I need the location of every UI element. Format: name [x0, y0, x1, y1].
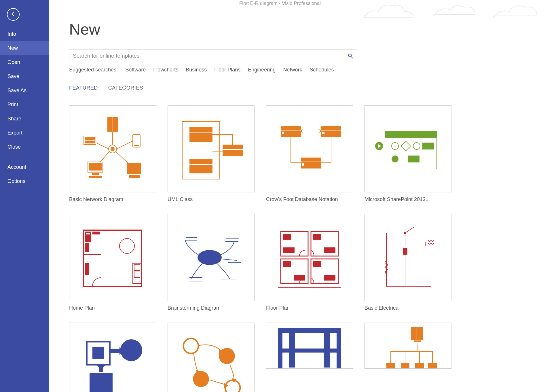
template-home-plan[interactable]: Home Plan: [69, 214, 156, 311]
svg-rect-27: [223, 145, 243, 149]
suggested-link[interactable]: Software: [125, 67, 146, 73]
svg-rect-68: [88, 233, 90, 234]
sidebar-item-label: New: [7, 45, 18, 51]
sidebar-item-label: Save: [7, 73, 19, 79]
sidebar-item-open[interactable]: Open: [0, 55, 49, 69]
sidebar-item-label: Options: [7, 178, 25, 184]
svg-rect-40: [302, 163, 304, 166]
sidebar-item-info[interactable]: Info: [0, 27, 49, 41]
template-block-diagram[interactable]: Block Diagram: [69, 323, 156, 392]
svg-rect-120: [278, 328, 341, 333]
sidebar-item-close[interactable]: Close: [0, 140, 49, 154]
svg-rect-54: [408, 156, 419, 162]
suggested-link[interactable]: Flowcharts: [153, 67, 178, 73]
tab-categories[interactable]: CATEGORIES: [108, 85, 143, 91]
template-basic-electrical[interactable]: Basic Electrical: [365, 214, 451, 311]
svg-point-113: [219, 348, 235, 364]
back-button[interactable]: [7, 8, 20, 21]
svg-rect-87: [324, 247, 335, 253]
main-panel: New Suggested searches: Software Flowcha…: [49, 0, 560, 392]
svg-rect-90: [313, 261, 321, 267]
svg-rect-20: [89, 163, 102, 171]
svg-rect-24: [189, 133, 212, 142]
sidebar-item-save-as[interactable]: Save As: [0, 84, 49, 98]
svg-rect-36: [301, 158, 321, 162]
sidebar-item-export[interactable]: Export: [0, 126, 49, 140]
svg-rect-43: [385, 132, 437, 138]
sidebar-item-new[interactable]: New: [0, 41, 49, 55]
sidebar-item-label: Account: [7, 164, 26, 170]
template-thumb: [168, 214, 255, 301]
template-basic-network[interactable]: Basic Network Diagram: [69, 105, 156, 202]
template-thumb: [266, 323, 353, 369]
sidebar-item-share[interactable]: Share: [0, 112, 49, 126]
sidebar-item-save[interactable]: Save: [0, 69, 49, 84]
suggested-link[interactable]: Business: [186, 67, 207, 73]
block-icon: [75, 329, 150, 392]
svg-rect-25: [189, 159, 212, 164]
suggested-label: Suggested searches:: [69, 67, 118, 73]
template-floor-plan[interactable]: Floor Plan: [266, 214, 353, 311]
template-label: Crow's Foot Database Notation: [266, 196, 353, 202]
sidebar-item-options[interactable]: Options: [0, 174, 49, 188]
svg-rect-61: [134, 272, 140, 278]
svg-rect-21: [92, 173, 99, 175]
svg-line-1: [351, 57, 353, 58]
search-input[interactable]: [73, 53, 348, 59]
suggested-link[interactable]: Engineering: [248, 67, 276, 73]
sidebar-item-label: Close: [7, 144, 21, 150]
sidebar-item-print[interactable]: Print: [0, 98, 49, 112]
suggested-searches: Suggested searches: Software Flowcharts …: [69, 67, 548, 73]
search-box[interactable]: [69, 50, 357, 62]
svg-rect-17: [127, 163, 141, 174]
template-brainstorming[interactable]: Brainstorming Diagram: [168, 214, 255, 311]
brainstorm-icon: [174, 220, 248, 295]
svg-rect-32: [281, 126, 301, 130]
sidebar-item-label: Open: [7, 59, 20, 65]
template-thumb: [69, 323, 156, 392]
svg-point-58: [119, 238, 134, 253]
svg-rect-38: [282, 132, 284, 134]
search-icon[interactable]: [348, 53, 353, 59]
svg-rect-105: [92, 347, 104, 359]
svg-rect-64: [92, 232, 100, 234]
svg-point-69: [198, 250, 222, 265]
suggested-link[interactable]: Floor Plans: [214, 67, 240, 73]
suggested-link[interactable]: Schedules: [310, 67, 334, 73]
template-sharepoint[interactable]: Microsoft SharePoint 2013...: [365, 105, 451, 202]
floorplan-icon: [272, 220, 347, 295]
svg-rect-10: [113, 117, 118, 132]
template-thumb: [365, 105, 451, 192]
svg-rect-34: [321, 126, 341, 130]
template-label: UML Class: [168, 196, 255, 202]
svg-rect-13: [85, 141, 95, 142]
svg-rect-39: [322, 132, 324, 134]
template-data-flow[interactable]: Data Flow Diagram: [168, 323, 255, 392]
sharepoint-icon: [371, 111, 445, 186]
sidebar-item-label: Print: [7, 102, 18, 107]
template-label: Basic Network Diagram: [69, 196, 156, 202]
svg-rect-63: [85, 232, 91, 242]
template-thumb: [69, 214, 156, 301]
suggested-link[interactable]: Network: [283, 67, 302, 73]
svg-rect-65: [85, 243, 89, 252]
svg-rect-9: [107, 117, 113, 132]
network-icon: [75, 111, 150, 186]
svg-rect-84: [283, 234, 291, 240]
svg-rect-48: [422, 143, 434, 149]
template-thumb: [168, 105, 255, 192]
sidebar-item-account[interactable]: Account: [0, 160, 49, 174]
template-thumb: [266, 214, 353, 301]
svg-rect-16: [134, 145, 139, 146]
svg-rect-127: [417, 327, 423, 340]
template-uml-class[interactable]: UML Class: [168, 105, 255, 202]
svg-point-3: [111, 147, 114, 151]
template-crows-foot[interactable]: Crow's Foot Database Notation: [266, 105, 353, 202]
template-thumb: [69, 105, 156, 192]
tab-featured[interactable]: FEATURED: [69, 85, 98, 91]
server-rack-icon: [371, 323, 445, 369]
electrical-icon: [371, 220, 445, 295]
template-partial[interactable]: [365, 323, 451, 392]
template-tabs: FEATURED CATEGORIES: [69, 85, 548, 91]
template-partial[interactable]: [266, 323, 353, 392]
